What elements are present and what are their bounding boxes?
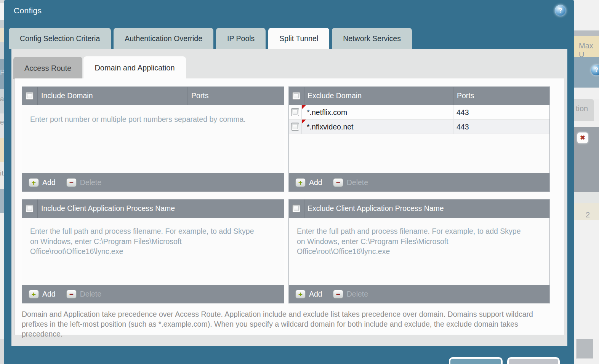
header-divider bbox=[37, 200, 38, 218]
include-domain-panel: Include Domain Ports Enter port number o… bbox=[22, 86, 284, 192]
background-fragment: ✖ bbox=[574, 127, 599, 192]
subtab-domain-and-application[interactable]: Domain and Application bbox=[83, 56, 186, 79]
background-fragment: 2 bbox=[574, 203, 599, 220]
tab-config-selection-criteria[interactable]: Config Selection Criteria bbox=[9, 28, 111, 49]
include-domain-header: Include Domain Ports bbox=[22, 87, 284, 105]
cell-divider bbox=[453, 120, 453, 134]
domain-cell: *.netflix.com bbox=[307, 105, 347, 120]
background-fragment bbox=[0, 20, 4, 28]
background-text-fragment: er bbox=[0, 118, 4, 126]
background-text-fragment: 2 bbox=[586, 211, 590, 219]
exclude-domain-body[interactable]: *.netflix.com 443 *.nflxvideo.net 443 bbox=[289, 105, 549, 173]
ports-cell: 443 bbox=[456, 120, 469, 134]
exclude-app-title: Exclude Client Application Process Name bbox=[308, 204, 444, 213]
header-divider bbox=[304, 200, 304, 218]
footer-secondary-button[interactable] bbox=[507, 357, 560, 364]
include-domain-select-all-checkbox[interactable] bbox=[26, 92, 34, 100]
modified-marker-icon bbox=[302, 120, 306, 124]
background-fragment bbox=[574, 0, 599, 30]
background-tab-fragment: tion bbox=[574, 99, 594, 121]
background-fragment bbox=[0, 189, 4, 213]
include-app-delete-button[interactable]: − Delete bbox=[66, 290, 101, 299]
background-text-fragment: Max U bbox=[579, 42, 593, 57]
include-app-footer: + Add − Delete bbox=[22, 285, 284, 303]
exclude-domain-ports-header: Ports bbox=[457, 91, 474, 100]
minus-icon: − bbox=[66, 290, 77, 299]
background-text-fragment: a bbox=[0, 95, 4, 103]
exclude-app-footer: + Add − Delete bbox=[289, 285, 549, 303]
modified-marker-icon bbox=[302, 105, 306, 109]
tab-authentication-override[interactable]: Authentication Override bbox=[114, 28, 213, 49]
subtab-bar: Access Route Domain and Application bbox=[13, 56, 186, 79]
include-domain-title: Include Domain bbox=[41, 91, 93, 100]
background-fragment bbox=[0, 42, 4, 59]
background-fragment bbox=[574, 88, 599, 99]
exclude-domain-select-all-checkbox[interactable] bbox=[292, 92, 300, 100]
row-checkbox[interactable] bbox=[291, 108, 299, 116]
background-fragment bbox=[0, 339, 4, 364]
header-divider bbox=[304, 87, 304, 105]
row-checkbox[interactable] bbox=[291, 123, 299, 131]
delete-button-label: Delete bbox=[80, 290, 101, 299]
exclude-app-placeholder: Enter the full path and process filename… bbox=[297, 226, 529, 257]
exclude-app-body[interactable]: Enter the full path and process filename… bbox=[289, 218, 549, 285]
exclude-app-select-all-checkbox[interactable] bbox=[292, 204, 300, 212]
delete-button-label: Delete bbox=[80, 178, 101, 187]
include-domain-ports-header: Ports bbox=[191, 91, 209, 100]
precedence-footnote: Domain and Application take precedence o… bbox=[22, 309, 551, 339]
exclude-app-add-button[interactable]: + Add bbox=[295, 290, 322, 299]
include-app-body[interactable]: Enter the full path and process filename… bbox=[22, 218, 284, 285]
dialog-title: Configs bbox=[14, 6, 42, 15]
include-domain-delete-button[interactable]: − Delete bbox=[66, 178, 101, 187]
configs-dialog: Configs ? Config Selection Criteria Auth… bbox=[4, 0, 574, 364]
tab-network-services[interactable]: Network Services bbox=[332, 28, 412, 49]
include-app-add-button[interactable]: + Add bbox=[29, 290, 56, 299]
plus-icon: + bbox=[29, 178, 39, 187]
include-app-title: Include Client Application Process Name bbox=[41, 204, 175, 213]
include-app-select-all-checkbox[interactable] bbox=[26, 204, 34, 212]
table-row[interactable]: *.netflix.com 443 bbox=[289, 105, 549, 120]
background-fragment bbox=[0, 28, 4, 42]
background-fragment: a bbox=[0, 89, 4, 113]
table-row[interactable]: *.nflxvideo.net 443 bbox=[289, 120, 549, 134]
add-button-label: Add bbox=[309, 290, 322, 299]
include-domain-body[interactable]: Enter port number or multiple port numbe… bbox=[22, 105, 284, 173]
subtab-access-route[interactable]: Access Route bbox=[13, 57, 82, 79]
include-app-placeholder: Enter the full path and process filename… bbox=[30, 226, 262, 257]
exclude-domain-delete-button[interactable]: − Delete bbox=[333, 178, 368, 187]
include-app-header: Include Client Application Process Name bbox=[22, 200, 284, 218]
exclude-app-header: Exclude Client Application Process Name bbox=[289, 200, 549, 218]
include-app-panel: Include Client Application Process Name … bbox=[22, 199, 284, 303]
help-icon[interactable]: ? bbox=[555, 5, 566, 16]
minus-icon: − bbox=[66, 178, 77, 187]
split-tunnel-panel: Access Route Domain and Application Incl… bbox=[11, 49, 567, 346]
background-fragment bbox=[0, 213, 4, 339]
include-domain-add-button[interactable]: + Add bbox=[29, 178, 56, 187]
exclude-app-delete-button[interactable]: − Delete bbox=[333, 290, 368, 299]
include-domain-placeholder: Enter port number or multiple port numbe… bbox=[30, 114, 278, 125]
delete-button-label: Delete bbox=[347, 178, 368, 187]
close-icon[interactable]: ✖ bbox=[577, 133, 588, 143]
minus-icon: − bbox=[333, 290, 343, 299]
background-fragment: P bbox=[0, 59, 4, 89]
ports-cell: 443 bbox=[456, 105, 469, 120]
exclude-domain-add-button[interactable]: + Add bbox=[295, 178, 322, 187]
footer-primary-button[interactable] bbox=[449, 357, 503, 364]
add-button-label: Add bbox=[309, 178, 322, 187]
background-max-label: Max U bbox=[574, 36, 599, 57]
background-fragment bbox=[0, 3, 4, 20]
plus-icon: + bbox=[295, 290, 306, 299]
background-fragment bbox=[574, 30, 599, 36]
minus-icon: − bbox=[333, 178, 343, 187]
include-domain-footer: + Add − Delete bbox=[22, 173, 284, 192]
background-fragment bbox=[576, 339, 593, 359]
column-divider bbox=[187, 87, 187, 105]
plus-icon: + bbox=[295, 178, 306, 187]
add-button-label: Add bbox=[42, 178, 56, 187]
background-fragment: ? bbox=[574, 57, 599, 88]
tab-split-tunnel[interactable]: Split Tunnel bbox=[268, 28, 329, 49]
tab-ip-pools[interactable]: IP Pools bbox=[216, 28, 266, 49]
background-fragment bbox=[574, 121, 599, 127]
help-icon: ? bbox=[591, 65, 599, 75]
background-text-fragment: P bbox=[0, 68, 4, 76]
